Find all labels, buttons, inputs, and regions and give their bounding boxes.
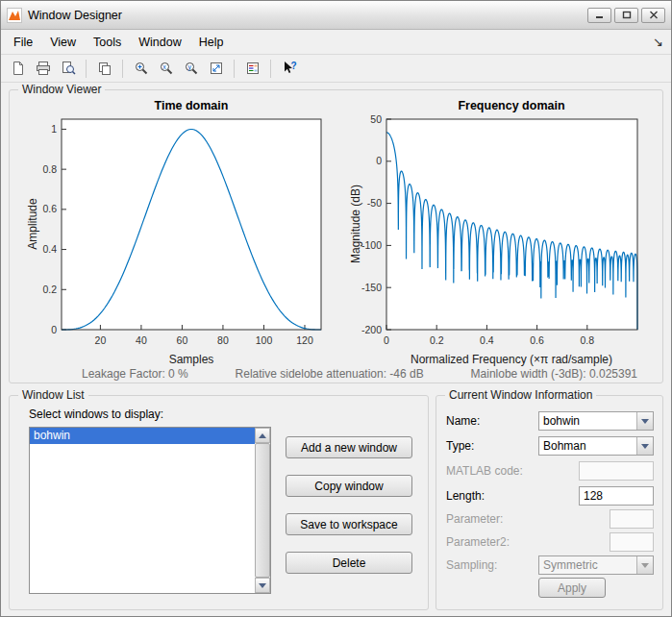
svg-text:-150: -150 [361,282,382,293]
window-viewer-label: Window Viewer [18,83,105,96]
svg-text:0: 0 [51,324,57,335]
zoom-x-icon[interactable]: x [155,58,177,79]
viewer-status-bar: Leakage Factor: 0 % Relative sidelobe at… [10,367,662,381]
svg-text:?: ? [290,61,296,71]
svg-text:0.6: 0.6 [42,203,57,214]
minimize-icon [595,11,605,19]
frequency-domain-plot: 00.20.40.60.8500-50-100-150-200 Frequenc… [350,96,663,375]
parameter2-field [610,532,654,552]
sampling-label: Sampling: [446,555,497,575]
title-bar[interactable]: Window Designer [1,1,671,30]
name-dropdown-arrow-icon[interactable] [636,412,653,430]
svg-text:-100: -100 [361,239,382,251]
close-button[interactable] [641,8,665,23]
time-plot-xlabel: Samples [169,353,214,366]
scroll-down-icon [259,583,266,588]
copy-window-icon[interactable] [93,58,115,79]
delete-button[interactable]: Delete [286,552,412,574]
svg-text:120: 120 [296,334,313,346]
scroll-up-button[interactable] [255,428,270,443]
svg-text:50: 50 [370,113,382,125]
current-window-info-label: Current Window Information [445,388,596,402]
type-value: Bohman [539,437,636,455]
maximize-icon [622,11,632,19]
print-icon[interactable] [32,58,54,79]
name-value: bohwin [539,412,636,430]
type-combobox[interactable]: Bohman [538,436,654,456]
toolbar-separator [234,60,235,78]
full-view-icon[interactable] [205,58,227,79]
svg-text:80: 80 [217,334,229,346]
window-list-panel: Window List Select windows to display: b… [9,395,429,610]
svg-text:-50: -50 [367,197,382,209]
window-designer-app: Window Designer File View Tools Window H… [0,0,672,617]
zoom-y-icon[interactable]: y [180,58,202,79]
parameter-field [610,509,654,529]
zoom-in-icon[interactable] [130,58,152,79]
frequency-plot-xlabel: Normalized Frequency (×π rad/sample) [411,353,612,366]
length-label: Length: [446,486,485,506]
legend-icon[interactable] [241,58,263,79]
sidelobe-attenuation-text: Relative sidelobe attenuation: -46 dB [236,367,424,381]
maximize-button[interactable] [614,8,638,23]
svg-text:40: 40 [136,334,147,346]
svg-text:y: y [187,63,191,71]
svg-text:0.4: 0.4 [42,243,57,255]
sampling-combobox: Symmetric [538,555,654,575]
type-dropdown-arrow-icon[interactable] [636,437,653,455]
svg-text:0.8: 0.8 [42,163,57,175]
save-to-workspace-button[interactable]: Save to workspace [286,513,412,535]
minimize-button[interactable] [587,8,611,23]
svg-text:x: x [162,63,166,70]
menu-help[interactable]: Help [190,33,233,52]
new-window-icon[interactable] [7,58,29,79]
print-preview-icon[interactable] [57,58,79,79]
frequency-plot-title: Frequency domain [458,99,564,112]
time-domain-plot: 2040608010012000.20.40.60.81 Time domain… [23,96,355,375]
toolbar-separator [86,60,87,78]
plot-layer: 2040608010012000.20.40.60.81 [42,119,321,346]
menu-file[interactable]: File [5,33,41,52]
whats-this-help-icon[interactable]: ? [278,58,300,79]
add-new-window-button[interactable]: Add a new window [286,436,412,458]
menu-tools[interactable]: Tools [85,33,130,52]
copy-window-button[interactable]: Copy window [286,475,412,497]
window-title: Window Designer [28,9,122,22]
svg-text:20: 20 [95,334,107,346]
svg-text:0.6: 0.6 [530,334,544,346]
mainlobe-width-text: Mainlobe width (-3dB): 0.025391 [471,367,637,381]
scroll-down-button[interactable] [255,578,270,593]
svg-text:-200: -200 [361,324,382,335]
type-label: Type: [446,436,474,456]
svg-text:0.2: 0.2 [42,284,57,295]
toolbar-separator [270,60,271,78]
app-icon [7,8,22,23]
length-field[interactable] [579,486,654,506]
svg-text:0.4: 0.4 [480,334,494,346]
leakage-factor-text: Leakage Factor: 0 % [82,367,188,381]
time-plot-title: Time domain [155,99,229,112]
name-combobox[interactable]: bohwin [538,411,654,431]
toolbar: x y ? [1,55,671,83]
dock-arrow-icon[interactable]: ↘ [653,35,663,49]
svg-text:0: 0 [376,155,382,166]
menu-window[interactable]: Window [130,33,189,52]
matlab-code-label: MATLAB code: [446,461,523,481]
svg-text:1: 1 [51,123,57,135]
time-plot-ylabel: Amplitude [26,198,39,250]
close-icon [649,11,659,19]
list-item[interactable]: bohwin [30,428,255,444]
svg-text:0: 0 [384,334,389,346]
parameter2-label: Parameter2: [446,532,510,552]
listbox-scrollbar[interactable] [255,428,270,593]
scrollbar-thumb[interactable] [255,443,270,578]
svg-text:60: 60 [177,334,188,346]
menu-view[interactable]: View [41,33,85,52]
window-listbox[interactable]: bohwin [29,427,271,594]
apply-button[interactable]: Apply [538,578,606,598]
window-list-label: Window List [18,388,88,402]
select-windows-instruction: Select windows to display: [29,407,163,421]
current-window-info-panel: Current Window Information Name: bohwin … [436,395,663,610]
sampling-dropdown-arrow-icon [636,556,653,574]
name-label: Name: [446,411,480,431]
